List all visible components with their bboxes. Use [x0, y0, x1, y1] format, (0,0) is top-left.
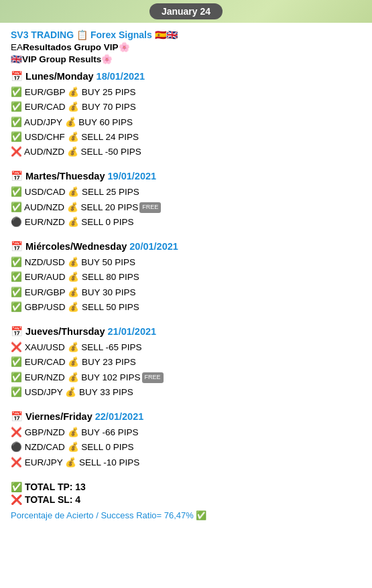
date-display: January 24: [149, 3, 223, 19]
channel-name-link[interactable]: SV3 TRADING 📋 Forex Signals 🇪🇸🇬🇧: [11, 29, 178, 40]
day-header-tuesday: 📅 Martes/Thuesday 19/01/2021: [11, 171, 361, 182]
trade-line: ✅ EUR/CAD 💰 BUY 70 PIPS: [11, 100, 361, 114]
trade-line: ✅ EUR/NZD 💰 BUY 102 PIPSFREE: [11, 371, 361, 384]
trade-line: ✅ EUR/GBP 💰 BUY 30 PIPS: [11, 286, 361, 299]
main-content: SV3 TRADING 📋 Forex Signals 🇪🇸🇬🇧 EAResul…: [0, 23, 372, 540]
trade-line: ✅ USD/CHF 💰 SELL 24 PIPS: [11, 131, 361, 144]
trade-line: ❌ EUR/JPY 💰 SELL -10 PIPS: [11, 456, 361, 469]
total-sl: ❌ TOTAL SL: 4: [11, 494, 361, 505]
subtitle2: 🇬🇧VIP Group Results🌸: [11, 54, 361, 64]
subtitle1: EAResultados Grupo VIP🌸: [11, 42, 361, 52]
trade-line: ✅ AUD/NZD 💰 SELL 20 PIPSFREE: [11, 201, 361, 214]
trade-line: ✅ AUD/JPY 💰 BUY 60 PIPS: [11, 116, 361, 129]
trade-line: ✅ EUR/CAD 💰 BUY 23 PIPS: [11, 356, 361, 369]
day-header-wednesday: 📅 Miércoles/Wednesday 20/01/2021: [11, 241, 361, 252]
trade-line: ❌ AUD/NZD 💰 SELL -50 PIPS: [11, 145, 361, 159]
trade-line: ✅ EUR/AUD 💰 SELL 80 PIPS: [11, 271, 361, 284]
day-block-wednesday: 📅 Miércoles/Wednesday 20/01/2021✅ NZD/US…: [11, 241, 361, 314]
trade-line: ⚫ NZD/CAD 💰 SELL 0 PIPS: [11, 441, 361, 454]
day-block-tuesday: 📅 Martes/Thuesday 19/01/2021✅ USD/CAD 💰 …: [11, 171, 361, 229]
days-container: 📅 Lunes/Monday 18/01/2021✅ EUR/GBP 💰 BUY…: [11, 71, 361, 469]
day-header-thursday: 📅 Jueves/Thursday 21/01/2021: [11, 326, 361, 338]
day-block-thursday: 📅 Jueves/Thursday 21/01/2021❌ XAU/USD 💰 …: [11, 326, 361, 399]
trade-line: ✅ GBP/USD 💰 SELL 50 PIPS: [11, 301, 361, 314]
trade-line: ✅ NZD/USD 💰 BUY 50 PIPS: [11, 256, 361, 269]
subtitle1-text: EAResultados Grupo VIP🌸: [11, 42, 130, 52]
header: January 24: [0, 0, 372, 23]
trade-line: ✅ USD/JPY 💰 BUY 33 PIPS: [11, 386, 361, 399]
trade-line: ✅ EUR/GBP 💰 BUY 25 PIPS: [11, 86, 361, 99]
total-tp: ✅ TOTAL TP: 13: [11, 482, 361, 492]
day-block-monday: 📅 Lunes/Monday 18/01/2021✅ EUR/GBP 💰 BUY…: [11, 71, 361, 159]
subtitle2-text: 🇬🇧VIP Group Results🌸: [11, 54, 113, 64]
trade-line: ❌ GBP/NZD 💰 BUY -66 PIPS: [11, 426, 361, 439]
trade-line: ❌ XAU/USD 💰 SELL -65 PIPS: [11, 341, 361, 354]
day-block-friday: 📅 Viernes/Friday 22/01/2021❌ GBP/NZD 💰 B…: [11, 411, 361, 469]
day-header-friday: 📅 Viernes/Friday 22/01/2021: [11, 411, 361, 423]
channel-title: SV3 TRADING 📋 Forex Signals 🇪🇸🇬🇧: [11, 29, 361, 40]
success-ratio: Porcentaje de Acierto / Success Ratio= 7…: [11, 510, 361, 520]
trade-line: ✅ USD/CAD 💰 SELL 25 PIPS: [11, 186, 361, 199]
trade-line: ⚫ EUR/NZD 💰 SELL 0 PIPS: [11, 216, 361, 229]
summary-section: ✅ TOTAL TP: 13 ❌ TOTAL SL: 4 Porcentaje …: [11, 482, 361, 520]
day-header-monday: 📅 Lunes/Monday 18/01/2021: [11, 71, 361, 82]
